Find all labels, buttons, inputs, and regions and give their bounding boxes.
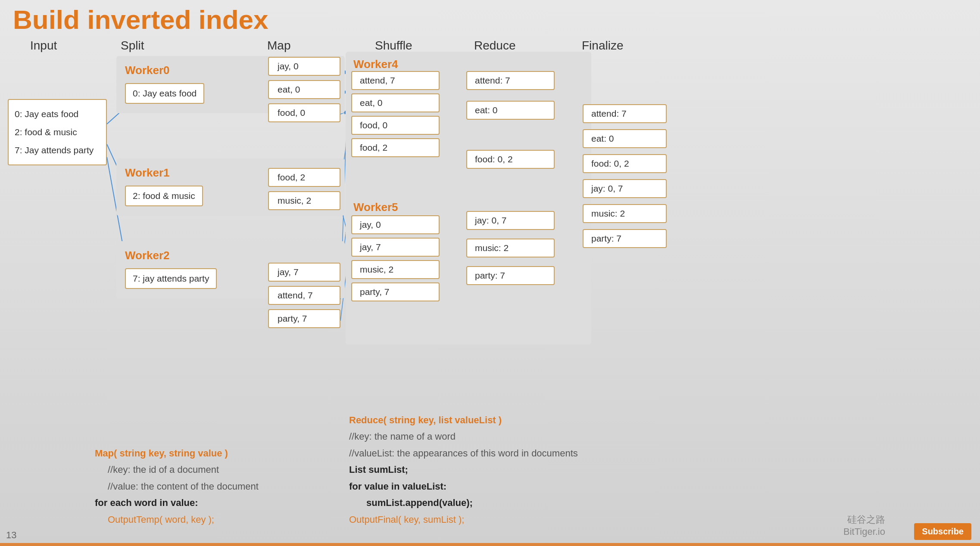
map-line1: for each word in value: — [95, 495, 259, 512]
finalize-item-0: attend: 7 — [583, 104, 667, 123]
shuffle-w5-item1: jay, 7 — [351, 238, 440, 257]
reduce-w4-item0: attend: 7 — [466, 71, 555, 90]
shuffle-w5-item3: party, 7 — [351, 282, 440, 301]
watermark-line2: BitTiger.io — [843, 526, 885, 537]
reduce-w5-item0: jay: 0, 7 — [466, 211, 555, 230]
page-number: 13 — [6, 530, 16, 541]
map-comment2: //value: the content of the document — [95, 478, 259, 495]
worker0-map-1: eat, 0 — [268, 80, 340, 99]
shuffle-w4-item3: food, 2 — [351, 138, 440, 157]
map-comment1: //key: the id of a document — [95, 462, 259, 478]
col-header-split: Split — [121, 39, 144, 53]
watermark: 硅谷之路 BitTiger.io — [843, 513, 885, 537]
col-header-reduce: Reduce — [474, 39, 516, 53]
finalize-item-2: food: 0, 2 — [583, 154, 667, 173]
finalize-item-1: eat: 0 — [583, 129, 667, 148]
worker2-split-item: 7: jay attends party — [125, 268, 217, 289]
reduce-line4: OutputFinal( key, sumList ); — [349, 514, 464, 525]
worker1-map-group: food, 2 music, 2 — [268, 168, 340, 210]
reduce-line3: sumList.append(value); — [349, 495, 578, 512]
reduce-w4-item2: food: 0, 2 — [466, 150, 555, 169]
col-header-finalize: Finalize — [582, 39, 623, 53]
reduce-w5-item2: party: 7 — [466, 266, 555, 285]
col-header-map: Map — [267, 39, 290, 53]
worker0-map-0: jay, 0 — [268, 57, 340, 76]
page-title: Build inverted index — [13, 4, 268, 35]
map-code-section: Map( string key, string value ) //key: t… — [95, 445, 259, 528]
reduce-worker5-items: jay: 0, 7 music: 2 party: 7 — [466, 211, 555, 285]
reduce-code-section: Reduce( string key, list valueList ) //k… — [349, 412, 578, 528]
col-header-shuffle: Shuffle — [375, 39, 412, 53]
finalize-item-3: jay: 0, 7 — [583, 179, 667, 198]
worker2-label: Worker2 — [125, 249, 336, 262]
watermark-line1: 硅谷之路 — [843, 513, 885, 526]
reduce-worker4-items: attend: 7 eat: 0 food: 0, 2 — [466, 71, 555, 169]
shuffle-worker5-items: jay, 0 jay, 7 music, 2 party, 7 — [351, 215, 440, 301]
input-item-2: 7: Jay attends party — [15, 141, 100, 159]
worker0-map-group: jay, 0 eat, 0 food, 0 — [268, 57, 340, 122]
reduce-comment1: //key: the name of a word — [349, 428, 578, 445]
worker1-map-0: food, 2 — [268, 168, 340, 187]
shuffle-w4-item0: attend, 7 — [351, 71, 440, 90]
shuffle-worker4-label: Worker4 — [353, 58, 398, 71]
reduce-line1: List sumList; — [349, 462, 578, 478]
reduce-line2: for value in valueList: — [349, 478, 578, 495]
input-item-0: 0: Jay eats food — [15, 105, 100, 123]
shuffle-w4-item1: eat, 0 — [351, 93, 440, 112]
shuffle-w5-item0: jay, 0 — [351, 215, 440, 234]
shuffle-w4-item2: food, 0 — [351, 116, 440, 135]
reduce-comment2: //valueList: the appearances of this wor… — [349, 445, 578, 462]
input-list: 0: Jay eats food 2: food & music 7: Jay … — [8, 99, 107, 165]
shuffle-worker5-label: Worker5 — [353, 201, 398, 214]
worker2-map-1: attend, 7 — [268, 286, 340, 305]
shuffle-worker4-items: attend, 7 eat, 0 food, 0 food, 2 — [351, 71, 440, 157]
map-line2: OutputTemp( word, key ); — [108, 514, 214, 525]
worker1-map-1: music, 2 — [268, 191, 340, 210]
shuffle-w5-item2: music, 2 — [351, 260, 440, 279]
finalize-item-4: music: 2 — [583, 204, 667, 223]
worker2-map-0: jay, 7 — [268, 263, 340, 282]
worker2-map-2: party, 7 — [268, 309, 340, 328]
col-header-input: Input — [30, 39, 57, 53]
reduce-w4-item1: eat: 0 — [466, 101, 555, 120]
reduce-w5-item1: music: 2 — [466, 239, 555, 257]
worker1-split-item: 2: food & music — [125, 186, 203, 206]
finalize-item-5: party: 7 — [583, 229, 667, 248]
subscribe-button[interactable]: Subscribe — [914, 523, 971, 540]
map-signature: Map( string key, string value ) — [95, 448, 228, 459]
bottom-bar — [0, 543, 980, 546]
reduce-signature: Reduce( string key, list valueList ) — [349, 415, 502, 425]
finalize-list: attend: 7 eat: 0 food: 0, 2 jay: 0, 7 mu… — [583, 104, 667, 248]
input-item-1: 2: food & music — [15, 123, 100, 141]
worker0-map-2: food, 0 — [268, 103, 340, 122]
worker0-split-item: 0: Jay eats food — [125, 83, 204, 104]
worker2-map-group: jay, 7 attend, 7 party, 7 — [268, 263, 340, 328]
